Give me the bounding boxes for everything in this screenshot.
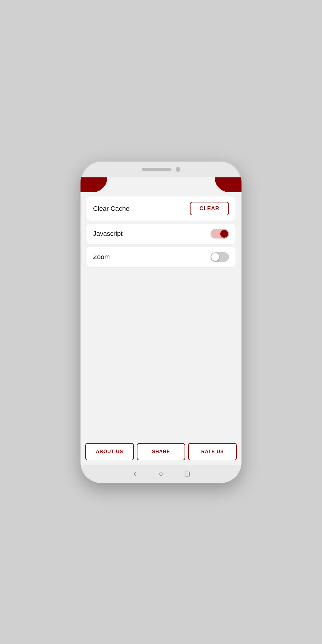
zoom-toggle-thumb — [211, 253, 219, 261]
phone-camera — [176, 167, 180, 172]
clear-cache-row: Clear Cache CLEAR — [86, 196, 236, 221]
clear-cache-label: Clear Cache — [93, 205, 129, 213]
content-area: Clear Cache CLEAR Javascript Zoom — [80, 192, 242, 439]
javascript-toggle-thumb — [220, 230, 228, 238]
rate-us-button[interactable]: RATE US — [188, 443, 237, 460]
header-red-left — [80, 177, 107, 192]
phone-bottom-bar — [80, 465, 242, 483]
share-button[interactable]: SHARE — [137, 443, 185, 460]
home-icon[interactable] — [157, 470, 165, 478]
zoom-toggle[interactable] — [210, 252, 229, 262]
zoom-toggle-track[interactable] — [210, 252, 229, 262]
phone-top-bar — [80, 161, 242, 177]
header-red-right — [215, 177, 242, 192]
javascript-label: Javascript — [93, 230, 123, 238]
phone-pill — [142, 168, 171, 171]
about-us-button[interactable]: ABOUT US — [85, 443, 134, 460]
zoom-label: Zoom — [93, 253, 110, 261]
recents-icon[interactable] — [183, 470, 191, 478]
back-icon[interactable] — [131, 470, 139, 478]
javascript-toggle[interactable] — [210, 229, 229, 239]
javascript-toggle-track[interactable] — [210, 229, 229, 239]
phone-frame: Clear Cache CLEAR Javascript Zoom — [80, 161, 242, 483]
bottom-nav: ABOUT US SHARE RATE US — [80, 439, 242, 465]
zoom-row: Zoom — [86, 247, 236, 267]
phone-screen: Clear Cache CLEAR Javascript Zoom — [80, 177, 242, 465]
svg-point-0 — [160, 473, 162, 475]
svg-rect-1 — [185, 472, 190, 476]
clear-button[interactable]: CLEAR — [190, 202, 229, 215]
app-header — [80, 177, 242, 192]
javascript-row: Javascript — [86, 224, 236, 244]
